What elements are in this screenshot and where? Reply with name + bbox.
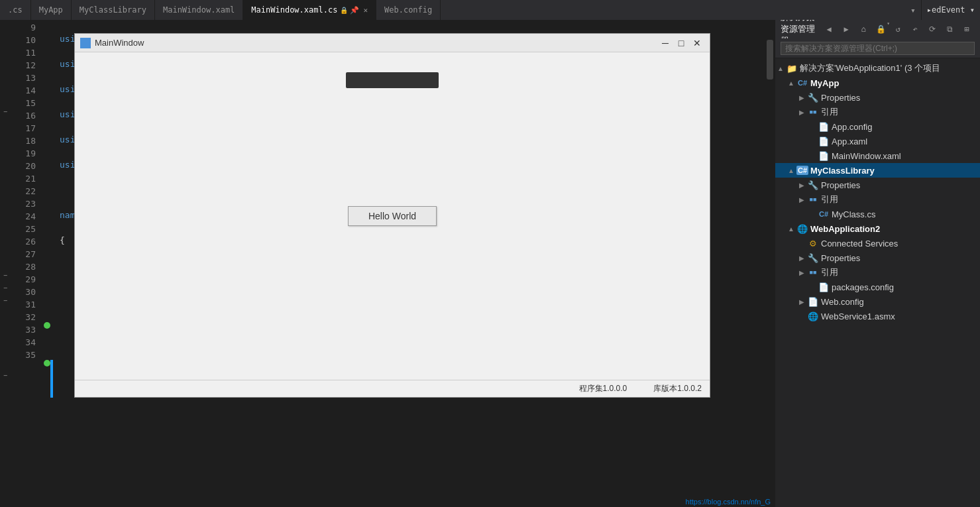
minimize-button[interactable]: ─: [658, 36, 673, 50]
se-myapp-appxaml[interactable]: 📄 App.xaml: [775, 134, 980, 148]
se-webapp2-refs[interactable]: ▶ ■■ 引用: [775, 265, 980, 280]
se-mcl-refs[interactable]: ▶ ■■ 引用: [775, 192, 980, 207]
se-myapp-refs-label: 引用: [821, 106, 838, 118]
tab-close-button[interactable]: ✕: [363, 6, 368, 15]
tab-myapp[interactable]: MyApp: [31, 0, 72, 20]
editor-code-area: − − − − − 9 10 11 12 13 14 15 16 17 18 1…: [0, 20, 775, 507]
ln-18: 18: [15, 135, 36, 147]
se-myclasslibrary-node[interactable]: ▲ C# MyClassLibrary: [775, 163, 980, 178]
hello-world-button[interactable]: Hello World: [348, 206, 437, 226]
margin-dot-28: [44, 360, 50, 366]
ln-26: 26: [15, 235, 36, 248]
status-version: 库版本1.0.0.2: [653, 383, 702, 394]
se-root-label: 解决方案'WebApplication1' (3 个项目: [800, 62, 940, 74]
webapp2-properties-icon: 🔧: [807, 253, 819, 263]
se-webapp2-packages[interactable]: 📄 packages.config: [775, 280, 980, 294]
undo-btn[interactable]: ↶: [907, 22, 923, 36]
code-line-27: [60, 486, 765, 498]
collapse-btn-9[interactable]: [1, 20, 9, 28]
refresh2-btn[interactable]: ⟳: [924, 22, 940, 36]
code-line-26: [60, 461, 765, 473]
se-search-input[interactable]: [781, 42, 975, 55]
se-mcl-refs-expand[interactable]: ▶: [796, 196, 807, 203]
copy-btn[interactable]: ⧉: [942, 22, 957, 36]
se-myapp-properties-label: Properties: [821, 93, 860, 103]
se-webapp2-node[interactable]: ▲ 🌐 WebApplication2: [775, 221, 980, 236]
se-webapp2-refs-label: 引用: [821, 266, 838, 278]
ln-23: 23: [15, 197, 36, 210]
collapse-btn-22[interactable]: −: [1, 284, 9, 292]
se-myapp-label: MyApp: [810, 78, 839, 88]
se-myapp-properties[interactable]: ▶ 🔧 Properties: [775, 90, 980, 105]
se-webconfig-expand[interactable]: ▶: [796, 298, 807, 306]
se-myapp-expand[interactable]: ▲: [786, 80, 796, 87]
se-webapp2-props-expand[interactable]: ▶: [796, 254, 807, 262]
editor-scrollbar[interactable]: [765, 20, 775, 507]
se-root-expand[interactable]: ▲: [775, 65, 786, 72]
tab-mainwindow-xaml[interactable]: MainWindow.xaml: [155, 0, 243, 20]
se-myapp-node[interactable]: ▲ C# MyApp: [775, 76, 980, 90]
preview-statusbar: 程序集1.0.0.0 库版本1.0.0.2: [75, 380, 710, 397]
ln-29: 29: [15, 273, 36, 286]
tab-cs[interactable]: .cs: [0, 0, 31, 20]
collapse-btn-21[interactable]: −: [1, 272, 9, 280]
ln-32: 32: [15, 311, 36, 323]
se-mcl-properties-label: Properties: [821, 180, 860, 190]
se-appxaml-label: App.xaml: [832, 137, 867, 146]
webservice-icon: 🌐: [807, 311, 819, 321]
se-webapp2-properties[interactable]: ▶ 🔧 Properties: [775, 251, 980, 265]
ln-15: 15: [15, 97, 36, 109]
se-mcl-properties[interactable]: ▶ 🔧 Properties: [775, 178, 980, 192]
ln-17: 17: [15, 122, 36, 135]
ln-21: 21: [15, 172, 36, 185]
se-appconfig-label: App.config: [832, 122, 872, 132]
mainwindow-icon: 📄: [818, 151, 830, 161]
tab-web-config[interactable]: Web.config: [376, 0, 441, 20]
tab-web-config-label: Web.config: [384, 5, 432, 15]
se-webapp2-connsvcs[interactable]: ⚙ Connected Services: [775, 236, 980, 251]
se-root[interactable]: ▲ 📁 解决方案'WebApplication1' (3 个项目: [775, 61, 980, 76]
ln-24: 24: [15, 210, 36, 223]
se-mcl-props-expand[interactable]: ▶: [796, 182, 807, 189]
se-mcl-expand[interactable]: ▲: [786, 167, 796, 174]
se-myapp-refs[interactable]: ▶ ■■ 引用: [775, 105, 980, 119]
forward-btn[interactable]: ▶: [838, 22, 854, 36]
event-dropdown[interactable]: ▸edEvent ▾: [921, 0, 980, 20]
maximize-button[interactable]: □: [674, 36, 688, 50]
refresh-btn[interactable]: ↺: [890, 22, 906, 36]
se-connsvcs-label: Connected Services: [821, 239, 898, 249]
sync-btn[interactable]: 🔒 ▾: [873, 22, 889, 36]
se-myclass-label: MyClass.cs: [832, 209, 875, 219]
connsvcs-icon: ⚙: [807, 239, 819, 249]
left-gutter: − − − − −: [0, 20, 15, 507]
back-btn[interactable]: ◀: [821, 22, 837, 36]
props-btn[interactable]: ⊞: [959, 22, 975, 36]
se-webapp2-webconfig[interactable]: ▶ 📄 Web.config: [775, 294, 980, 309]
se-webapp2-refs-expand[interactable]: ▶: [796, 269, 807, 276]
se-toolbar-right: ◀ ▶ ⌂ 🔒 ▾ ↺ ↶ ⟳ ⧉ ⊞: [821, 22, 975, 36]
scrollbar-thumb[interactable]: [767, 40, 773, 80]
mcl-refs-icon: ■■: [807, 196, 819, 203]
se-search-bar: [775, 38, 980, 58]
tab-mainwindow-cs[interactable]: MainWindow.xaml.cs 🔒 📌 ✕: [243, 0, 376, 20]
collapse-btn-29[interactable]: −: [1, 372, 9, 380]
se-webapp2-expand[interactable]: ▲: [786, 225, 796, 233]
collapse-btn-23[interactable]: −: [1, 297, 9, 305]
editor-area: − − − − − 9 10 11 12 13 14 15 16 17 18 1…: [0, 20, 775, 507]
ln-10: 10: [15, 34, 36, 46]
home-btn[interactable]: ⌂: [855, 22, 871, 36]
se-myapp-mainwindow[interactable]: 📄 MainWindow.xaml: [775, 148, 980, 163]
tab-overflow[interactable]: ▾: [905, 0, 921, 20]
se-mcl-myclass[interactable]: C# MyClass.cs: [775, 207, 980, 221]
ln-27: 27: [15, 248, 36, 260]
close-button[interactable]: ✕: [690, 36, 704, 50]
pin-icon: 📌: [350, 6, 359, 15]
collapse-btn-16[interactable]: −: [1, 108, 9, 116]
tab-myclasslibrary[interactable]: MyClassLibrary: [72, 0, 155, 20]
se-webapp2-webservice[interactable]: 🌐 WebService1.asmx: [775, 309, 980, 323]
refs-icon: ■■: [807, 109, 819, 115]
appconfig-icon: 📄: [818, 122, 830, 132]
se-myapp-refs-expand[interactable]: ▶: [796, 109, 807, 116]
se-myapp-appconfig[interactable]: 📄 App.config: [775, 119, 980, 134]
se-myapp-props-expand[interactable]: ▶: [796, 94, 807, 101]
